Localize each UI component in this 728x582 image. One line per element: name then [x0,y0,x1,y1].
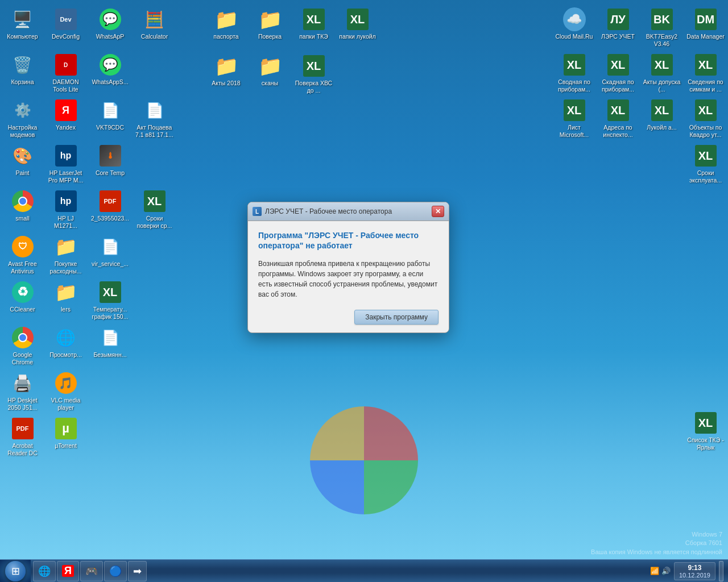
desktop-icon-ccleaner[interactable]: ♻ CCleaner [1,277,44,323]
desktop-icon-adresa[interactable]: XL Адреса по инспекто... [597,95,639,141]
clock-time: 9:13 [679,564,710,572]
ie-icon: 🌐 [38,565,51,577]
desktop-icon-objekty[interactable]: XL Объекты по Квадро ут... [684,95,727,141]
dialog-titlebar: L ЛЭРС УЧЕТ - Рабочее место оператора ✕ [248,202,449,221]
desktop-icon-core-temp[interactable]: 🌡 Core Temp [89,141,131,186]
windows7-logo [279,389,449,531]
desktop-icon-vkt9cdc[interactable]: 📄 VKT9CDC [89,95,131,141]
desktop-icon-prosmotr[interactable]: 🌐 Просмотр... [44,323,87,368]
windows-logo-icon: ⊞ [11,565,20,577]
start-button[interactable]: ⊞ [0,560,31,583]
game-icon: 🎮 [85,565,98,577]
desktop-icon-utorrent[interactable]: µ µTorrent [44,414,87,459]
desktop-icon-whatsapp[interactable]: 💬 WhatsApP [89,5,131,50]
desktop-icon-skany[interactable]: 📁 сканы [249,51,291,97]
desktop-icon-poverka-xbs[interactable]: XL Поверка ХВС до ... [292,51,335,97]
tray-icon-volume[interactable]: 🔊 [661,567,671,575]
windows-watermark: Windows 7 Сборка 7601 Ваша копия Windows… [591,530,722,556]
desktop-icon-hp-laserjet[interactable]: hp HP LaserJet Pro MFP M... [44,141,87,186]
taskbar-item-arrow[interactable]: ➡ [128,561,147,581]
desktop-icon-akty-dopuska[interactable]: XL Акты допуска (... [640,50,683,95]
desktop-icon-skadnaya[interactable]: XL Скадная по приборам... [597,50,639,95]
dialog-close-button[interactable]: ✕ [432,206,444,217]
taskbar: ⊞ 🌐 Я 🎮 🔵 ➡ 📶 🔊 9:13 [0,559,728,582]
desktop-icon-2pdf[interactable]: PDF 2_53955023... [89,186,131,232]
dialog-buttons: Закрыть программу [258,310,439,325]
desktop-icon-avast[interactable]: 🛡 Avast Free Antivirus [1,232,44,277]
desktop-icon-hp-lj2[interactable]: hp HP LJ M1271... [44,186,87,232]
taskbar-item-yandex[interactable]: Я [57,561,79,581]
dialog-title-icon: L [253,207,262,216]
desktop-icon-modem-settings[interactable]: ⚙️ Настройка модемов [1,95,44,141]
desktop-icon-cloud-mail[interactable]: ☁️ Cloud Mail.Ru [553,5,595,50]
tray-icon-network[interactable]: 📶 [650,567,659,575]
desktop-icon-lukoil-a[interactable]: XL Лукойл а... [640,95,683,141]
close-program-button[interactable]: Закрыть программу [354,310,439,325]
taskbar-right: 📶 🔊 9:13 10.12.2019 [646,561,728,581]
show-desktop-button[interactable] [719,561,723,581]
desktop-icon-lers-uchet[interactable]: ЛУ ЛЭРС УЧЕТ [597,5,639,50]
taskbar-items: 🌐 Я 🎮 🔵 ➡ [31,561,646,581]
desktop-icon-svodnaya[interactable]: XL Сводная по приборам... [553,50,595,95]
desktop-icon-akty2018[interactable]: 📁 Поверка [249,5,291,50]
desktop-icon-small[interactable]: small [1,186,44,232]
dialog-body: Программа "ЛЭРС УЧЕТ - Рабочее место опе… [248,221,449,332]
desktop: 🖥️ Компьютер 🗑️ Корзина ⚙️ Настройка мод… [0,0,728,559]
clock-date: 10.12.2019 [679,572,710,579]
desktop-icon-google-chrome[interactable]: Google Chrome [1,323,44,368]
desktop-icon-calculator[interactable]: 🧮 Calculator [133,5,176,50]
desktop-icon-whatsapp2[interactable]: 💬 WhatsAppS... [89,50,131,95]
start-orb: ⊞ [5,561,26,581]
desktop-icon-sroki[interactable]: XL Сроки поверки ср... [133,186,176,232]
desktop-icon-bezymyanny[interactable]: 📄 Безымянн... [89,323,131,368]
desktop-icon-computer[interactable]: 🖥️ Компьютер [1,5,44,50]
taskbar-item-ie[interactable]: 🌐 [33,561,56,581]
desktop-icon-yandex[interactable]: Я Yandex [44,95,87,141]
desktop-icon-list-microsoft[interactable]: XL Лист Microsoft... [553,95,595,141]
yandex-taskbar-icon: Я [62,565,74,577]
desktop-icon-acrobat[interactable]: PDF Acrobat Reader DC [1,414,44,459]
desktop-icon-paint[interactable]: 🎨 Paint [1,141,44,186]
desktop-icon-hp-deskjet[interactable]: 🖨️ HP Deskjet 2050 J51... [1,368,44,414]
desktop-icon-sroki-ekspluata[interactable]: XL Сроки эксплуата... [684,141,727,186]
error-dialog: L ЛЭРС УЧЕТ - Рабочее место оператора ✕ … [247,202,449,333]
desktop-icon-pasporta[interactable]: 📁 паспорта [205,5,247,50]
dialog-main-title: Программа "ЛЭРС УЧЕТ - Рабочее место опе… [258,230,439,251]
desktop-icon-papki-tke[interactable]: XL папки ТКЭ [292,5,335,50]
taskbar-item-game[interactable]: 🎮 [80,561,103,581]
dialog-title-text: ЛЭРС УЧЕТ - Рабочее место оператора [265,207,392,215]
desktop-icon-akt-poctaeva[interactable]: 📄 Акт Поцаева 7.1 в81 17.1... [133,95,176,141]
sourcetree-icon: 🔵 [109,565,122,577]
desktop-icon-vlc[interactable]: 🎵 VLC media player [44,368,87,414]
arrow-icon: ➡ [133,565,142,577]
desktop-icon-pokupke[interactable]: 📁 Покупке расходны... [44,232,87,277]
desktop-icon-lers[interactable]: 📁 lers [44,277,87,323]
desktop-icon-recycle[interactable]: 🗑️ Корзина [1,50,44,95]
desktop-icon-papki-lukoil[interactable]: XL папки лукойл [336,5,379,50]
system-tray: 📶 🔊 [650,567,671,575]
dialog-message: Возникшая проблема привела к прекращению… [258,259,439,300]
desktop-icon-spisok-tke[interactable]: XL Список ТКЭ - Ярлык [684,408,727,454]
desktop-icon-temp-grafik[interactable]: XL Температу... график 150... [89,277,131,323]
desktop-icon-data-manager[interactable]: DM Data Manager [684,5,727,50]
taskbar-item-sourcetree[interactable]: 🔵 [104,561,127,581]
desktop-icon-vir-service[interactable]: 📄 vir_service_... [89,232,131,277]
desktop-icon-devconfig[interactable]: Dev DevConfig [44,5,87,50]
dialog-title-left: L ЛЭРС УЧЕТ - Рабочее место оператора [253,207,392,216]
desktop-icon-bkt7easy2[interactable]: BK BKT7Easy2 V3.46 [640,5,683,50]
desktop-icon-poverka[interactable]: 📁 Акты 2018 [205,51,247,97]
desktop-icon-svedeniya[interactable]: XL Сведения по симкам и ... [684,50,727,95]
desktop-icon-daemon[interactable]: D DAEMON Tools Lite [44,50,87,95]
clock-area[interactable]: 9:13 10.12.2019 [674,562,715,580]
